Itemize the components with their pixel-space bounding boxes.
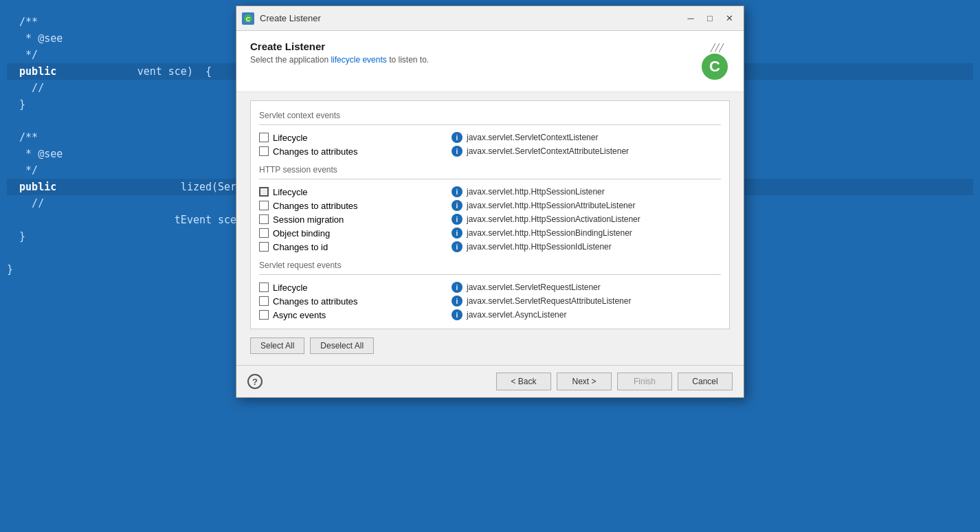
subtitle-before: Select the application <box>250 55 331 65</box>
servlet-request-attributes-col: Changes to attributes <box>259 296 452 307</box>
http-session-id-info-text: javax.servlet.http.HttpSessionIdListener <box>467 242 612 252</box>
http-session-id-label: Changes to id <box>273 242 328 252</box>
http-session-attributes-col: Changes to attributes <box>259 201 452 211</box>
servlet-request-async-label: Async events <box>273 310 326 320</box>
http-session-attributes-info: i javax.servlet.http.HttpSessionAttribut… <box>452 200 721 211</box>
http-session-attributes-row: Changes to attributes i javax.servlet.ht… <box>259 199 721 212</box>
http-session-binding-info: i javax.servlet.http.HttpSessionBindingL… <box>452 228 721 239</box>
servlet-request-attributes-label: Changes to attributes <box>273 296 358 307</box>
dialog-header: Create Listener Select the application l… <box>236 31 744 92</box>
http-session-lifecycle-label: Lifecycle <box>273 187 308 197</box>
dialog-footer: ? < Back Next > Finish Cancel <box>236 365 744 397</box>
servlet-request-async-row: Async events i javax.servlet.AsyncListen… <box>259 308 721 322</box>
servlet-context-attributes-info-text: javax.servlet.ServletContextAttributeLis… <box>467 146 629 156</box>
http-session-migration-col: Session migration <box>259 214 452 225</box>
servlet-request-attributes-info: i javax.servlet.ServletRequestAttributeL… <box>452 296 721 307</box>
servlet-request-lifecycle-label: Lifecycle <box>273 282 308 293</box>
next-button[interactable]: Next > <box>557 373 612 390</box>
finish-button[interactable]: Finish <box>617 373 672 390</box>
http-session-lifecycle-col: Lifecycle <box>259 187 452 197</box>
dialog-header-text: Create Listener Select the application l… <box>250 41 689 65</box>
http-session-migration-label: Session migration <box>273 214 344 225</box>
servlet-request-async-checkbox[interactable] <box>259 310 269 320</box>
servlet-context-attributes-checkbox[interactable] <box>259 146 269 156</box>
servlet-request-lifecycle-info: i javax.servlet.ServletRequestListener <box>452 282 721 293</box>
servlet-request-attributes-checkbox[interactable] <box>259 296 269 306</box>
http-session-lifecycle-info-icon[interactable]: i <box>452 186 463 197</box>
servlet-context-attributes-info-icon[interactable]: i <box>452 146 463 157</box>
http-session-binding-label: Object binding <box>273 228 330 239</box>
http-session-attributes-checkbox[interactable] <box>259 201 269 210</box>
dialog-logo: ///// C <box>689 41 730 82</box>
http-session-binding-info-text: javax.servlet.http.HttpSessionBindingLis… <box>467 228 632 238</box>
servlet-context-lifecycle-row: Lifecycle i javax.servlet.ServletContext… <box>259 131 721 144</box>
logo-gear-icon: C <box>700 52 730 82</box>
http-session-id-col: Changes to id <box>259 242 452 252</box>
http-session-id-checkbox[interactable] <box>259 242 269 252</box>
subtitle-after: to listen to. <box>387 55 429 65</box>
http-session-id-info-icon[interactable]: i <box>452 241 463 252</box>
servlet-request-lifecycle-row: Lifecycle i javax.servlet.ServletRequest… <box>259 280 721 294</box>
servlet-context-lifecycle-info: i javax.servlet.ServletContextListener <box>452 132 721 143</box>
servlet-context-section-title: Servlet context events <box>259 111 721 120</box>
servlet-request-attributes-info-icon[interactable]: i <box>452 296 463 307</box>
servlet-context-lifecycle-label: Lifecycle <box>273 133 308 143</box>
http-session-lifecycle-row: Lifecycle i javax.servlet.http.HttpSessi… <box>259 185 721 199</box>
servlet-context-lifecycle-checkbox[interactable] <box>259 133 269 142</box>
servlet-request-attributes-info-text: javax.servlet.ServletRequestAttributeLis… <box>467 296 631 306</box>
servlet-context-attributes-row: Changes to attributes i javax.servlet.Se… <box>259 144 721 158</box>
minimize-button[interactable]: ─ <box>682 11 700 26</box>
servlet-context-lifecycle-info-text: javax.servlet.ServletContextListener <box>467 133 598 142</box>
http-session-binding-col: Object binding <box>259 228 452 239</box>
http-session-migration-info-text: javax.servlet.http.HttpSessionActivation… <box>467 214 641 224</box>
back-button[interactable]: < Back <box>496 373 551 390</box>
dialog-header-subtitle: Select the application lifecycle events … <box>250 55 689 65</box>
http-session-binding-checkbox[interactable] <box>259 228 269 238</box>
servlet-request-async-info: i javax.servlet.AsyncListener <box>452 309 721 320</box>
deselect-all-button[interactable]: Deselect All <box>310 337 374 354</box>
servlet-request-section-title: Servlet request events <box>259 261 721 270</box>
svg-text:C: C <box>246 16 251 23</box>
help-button[interactable]: ? <box>247 374 263 389</box>
servlet-request-attributes-row: Changes to attributes i javax.servlet.Se… <box>259 294 721 308</box>
http-session-attributes-info-icon[interactable]: i <box>452 200 463 211</box>
servlet-request-lifecycle-info-icon[interactable]: i <box>452 282 463 293</box>
http-session-lifecycle-checkbox[interactable] <box>259 187 269 197</box>
http-session-divider <box>259 179 721 179</box>
servlet-context-attributes-col: Changes to attributes <box>259 146 452 157</box>
action-buttons: Select All Deselect All <box>250 337 730 354</box>
http-session-section-title: HTTP session events <box>259 165 721 175</box>
http-session-binding-info-icon[interactable]: i <box>452 228 463 239</box>
close-button[interactable]: ✕ <box>720 11 738 26</box>
servlet-request-lifecycle-checkbox[interactable] <box>259 282 269 292</box>
http-session-id-info: i javax.servlet.http.HttpSessionIdListen… <box>452 241 721 252</box>
http-session-migration-checkbox[interactable] <box>259 214 269 224</box>
dialog-overlay: C Create Listener ─ □ ✕ Create Listener … <box>0 0 980 532</box>
subtitle-highlight: lifecycle events <box>331 55 386 65</box>
servlet-request-async-info-text: javax.servlet.AsyncListener <box>467 310 566 320</box>
cancel-button[interactable]: Cancel <box>678 373 733 390</box>
servlet-request-async-col: Async events <box>259 310 452 320</box>
maximize-button[interactable]: □ <box>701 11 719 26</box>
window-controls: ─ □ ✕ <box>682 11 738 26</box>
servlet-request-lifecycle-info-text: javax.servlet.ServletRequestListener <box>467 282 601 292</box>
servlet-context-attributes-label: Changes to attributes <box>273 146 358 157</box>
servlet-request-lifecycle-col: Lifecycle <box>259 282 452 293</box>
http-session-lifecycle-info: i javax.servlet.http.HttpSessionListener <box>452 186 721 197</box>
dialog-body: Servlet context events Lifecycle i javax… <box>236 92 744 365</box>
http-session-migration-info-icon[interactable]: i <box>452 214 463 225</box>
events-container: Servlet context events Lifecycle i javax… <box>250 100 730 329</box>
http-session-binding-row: Object binding i javax.servlet.http.Http… <box>259 226 721 240</box>
http-session-migration-info: i javax.servlet.http.HttpSessionActivati… <box>452 214 721 225</box>
servlet-context-lifecycle-col: Lifecycle <box>259 133 452 143</box>
servlet-context-lifecycle-info-icon[interactable]: i <box>452 132 463 143</box>
select-all-button[interactable]: Select All <box>250 337 304 354</box>
dialog-titlebar: C Create Listener ─ □ ✕ <box>236 6 744 31</box>
http-session-id-row: Changes to id i javax.servlet.http.HttpS… <box>259 240 721 254</box>
http-session-lifecycle-info-text: javax.servlet.http.HttpSessionListener <box>467 187 605 197</box>
dialog-icon: C <box>242 12 254 25</box>
dialog-header-title: Create Listener <box>250 41 689 52</box>
http-session-attributes-label: Changes to attributes <box>273 201 358 211</box>
servlet-request-async-info-icon[interactable]: i <box>452 309 463 320</box>
create-listener-dialog: C Create Listener ─ □ ✕ Create Listener … <box>236 5 744 398</box>
